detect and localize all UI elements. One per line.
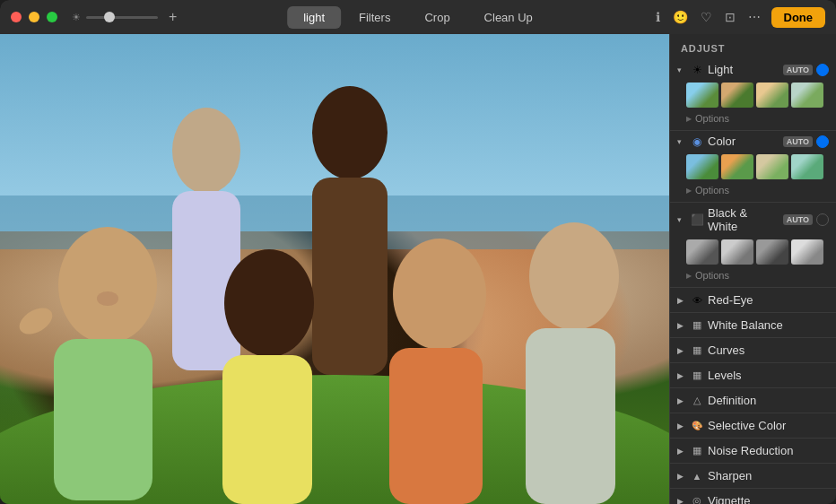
definition-icon: △	[690, 395, 704, 406]
bw-options-label: Options	[695, 270, 729, 281]
light-thumb-3[interactable]	[791, 83, 823, 108]
chevron-right-icon-redeye: ▶	[677, 296, 686, 305]
section-noise-reduction-label: Noise Reduction	[708, 444, 793, 457]
section-curves-label: Curves	[708, 343, 745, 357]
add-photo-button[interactable]: +	[169, 9, 177, 25]
svg-rect-12	[389, 348, 483, 504]
tab-adjust[interactable]: light	[287, 6, 341, 29]
auto-badge-color[interactable]: AUTO	[783, 136, 813, 147]
titlebar: ☀ + light Filters Crop Clean Up ℹ 🙂 ♡ ⊡ …	[0, 0, 836, 34]
photo-area	[0, 34, 669, 504]
done-button[interactable]: Done	[771, 7, 826, 28]
section-sharpen[interactable]: ▶ ▲ Sharpen	[670, 464, 836, 489]
light-toggle[interactable]	[816, 64, 829, 76]
svg-point-15	[97, 291, 118, 306]
tab-filters[interactable]: Filters	[343, 6, 406, 29]
bw-thumbnail-strip	[670, 237, 836, 268]
section-curves[interactable]: ▶ ▦ Curves	[670, 338, 836, 363]
svg-rect-8	[54, 339, 152, 500]
bw-thumb-3[interactable]	[791, 239, 823, 265]
color-toggle[interactable]	[816, 135, 829, 148]
section-bw-label: Black & White	[708, 206, 779, 233]
color-thumb-0[interactable]	[686, 154, 718, 179]
light-options[interactable]: ▶ Options	[670, 111, 836, 126]
color-thumb-2[interactable]	[756, 154, 788, 179]
section-vignette-label: Vignette	[708, 494, 750, 504]
brightness-slider-area: ☀ +	[72, 9, 177, 25]
light-thumb-0[interactable]	[686, 83, 718, 108]
section-noise-reduction[interactable]: ▶ ▦ Noise Reduction	[670, 439, 836, 464]
color-thumb-3[interactable]	[791, 154, 823, 179]
tab-cleanup[interactable]: Clean Up	[468, 6, 549, 29]
chevron-right-icon-nr: ▶	[677, 447, 686, 456]
section-bw-header[interactable]: ▾ ⬛ Black & White AUTO	[670, 203, 836, 237]
chevron-down-icon: ▾	[677, 65, 686, 74]
noise-reduction-icon: ▦	[690, 445, 704, 456]
brightness-slider[interactable]	[86, 16, 158, 19]
svg-point-7	[58, 227, 157, 343]
section-light-header[interactable]: ▾ ☀ Light AUTO	[670, 59, 836, 80]
close-button[interactable]	[11, 12, 22, 22]
white-balance-icon: ▦	[690, 319, 704, 331]
svg-point-13	[529, 222, 619, 330]
color-icon: ◉	[690, 135, 704, 148]
color-options[interactable]: ▶ Options	[670, 183, 836, 198]
bw-toggle[interactable]	[816, 213, 829, 226]
bw-thumb-2[interactable]	[756, 239, 788, 265]
svg-rect-10	[222, 355, 312, 504]
more-icon[interactable]: ⋯	[746, 8, 762, 26]
share-icon[interactable]: ⊡	[723, 8, 737, 26]
options-chevron-icon-3: ▶	[686, 272, 692, 280]
section-definition[interactable]: ▶ △ Definition	[670, 388, 836, 413]
chevron-right-icon-sharpen: ▶	[677, 472, 686, 481]
color-options-label: Options	[695, 185, 729, 196]
light-thumbnail-strip	[670, 80, 836, 111]
svg-point-3	[172, 108, 240, 194]
levels-icon: ▦	[690, 369, 704, 381]
section-selective-color-label: Selective Color	[708, 419, 786, 432]
bw-thumb-0[interactable]	[686, 239, 718, 265]
titlebar-right-icons: ℹ 🙂 ♡ ⊡ ⋯ Done	[654, 7, 826, 28]
section-levels[interactable]: ▶ ▦ Levels	[670, 363, 836, 388]
auto-badge-bw[interactable]: AUTO	[783, 214, 813, 225]
section-color-header[interactable]: ▾ ◉ Color AUTO	[670, 131, 836, 152]
color-thumb-1[interactable]	[721, 154, 753, 179]
section-color: ▾ ◉ Color AUTO ▶ Options	[670, 131, 836, 203]
chevron-right-icon-wb: ▶	[677, 321, 686, 330]
brightness-icon: ☀	[72, 12, 81, 23]
section-selective-color[interactable]: ▶ 🎨 Selective Color	[670, 413, 836, 439]
svg-rect-14	[526, 328, 615, 504]
section-white-balance-label: White Balance	[708, 318, 783, 332]
light-thumb-1[interactable]	[721, 83, 753, 108]
light-icon: ☀	[690, 64, 704, 76]
photo-display	[0, 34, 669, 504]
bw-options[interactable]: ▶ Options	[670, 268, 836, 283]
minimize-button[interactable]	[29, 12, 39, 22]
nav-tabs: light Filters Crop Clean Up	[287, 6, 549, 29]
svg-point-11	[393, 239, 486, 350]
emoji-icon[interactable]: 🙂	[671, 8, 690, 26]
tab-crop[interactable]: Crop	[408, 6, 466, 29]
sharpen-icon: ▲	[690, 471, 704, 482]
panel-title: ADJUST	[670, 34, 836, 59]
options-chevron-icon: ▶	[686, 115, 692, 123]
info-icon[interactable]: ℹ	[654, 8, 662, 26]
section-definition-label: Definition	[708, 394, 756, 407]
section-vignette[interactable]: ▶ ◎ Vignette	[670, 489, 836, 504]
bw-thumb-1[interactable]	[721, 239, 753, 265]
section-white-balance[interactable]: ▶ ▦ White Balance	[670, 313, 836, 338]
svg-point-5	[312, 86, 388, 179]
section-light: ▾ ☀ Light AUTO ▶ Options	[670, 59, 836, 131]
svg-point-16	[15, 303, 57, 340]
chevron-right-icon-sc: ▶	[677, 421, 686, 430]
heart-icon[interactable]: ♡	[699, 8, 714, 26]
options-chevron-icon-2: ▶	[686, 187, 692, 195]
color-thumbnail-strip	[670, 152, 836, 183]
photo-svg	[0, 34, 669, 504]
section-red-eye[interactable]: ▶ 👁 Red-Eye	[670, 288, 836, 313]
maximize-button[interactable]	[47, 12, 57, 22]
svg-point-9	[224, 249, 314, 357]
light-thumb-2[interactable]	[756, 83, 788, 108]
auto-badge-light[interactable]: AUTO	[783, 65, 813, 75]
traffic-lights	[11, 12, 57, 22]
